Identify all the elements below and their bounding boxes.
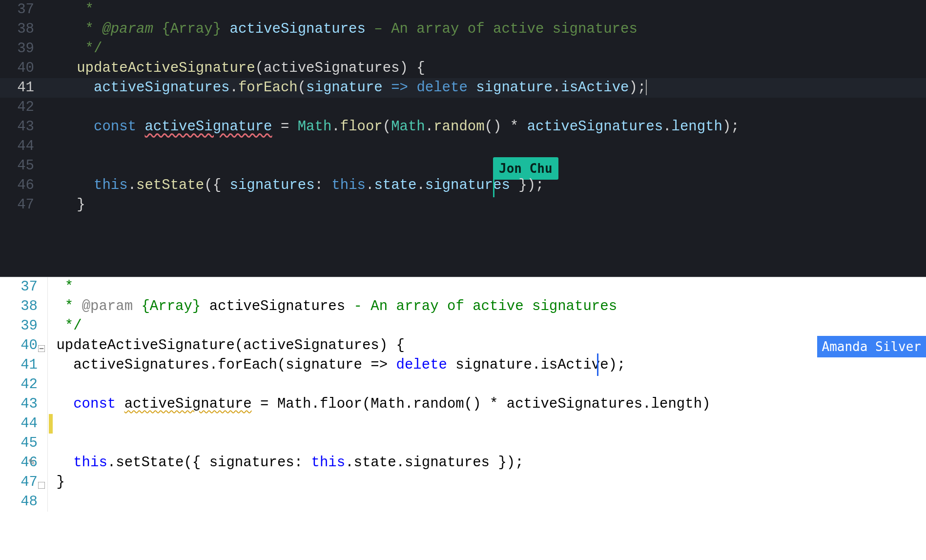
line-number: 37 [0,277,48,297]
svg-rect-2 [38,482,45,489]
code-line[interactable]: 43 const activeSignature = Math.floor(Ma… [0,394,926,414]
line-number: 41 [0,78,51,98]
code-line[interactable]: 48 [0,492,926,512]
code-line-active[interactable]: 41 activeSignatures.forEach(signature =>… [0,78,926,98]
code-line[interactable]: 45 Jon Chu [0,156,926,176]
collaborator-cursor [597,353,598,376]
code-line[interactable]: 42 [0,375,926,394]
code-line[interactable]: 37 * [0,0,926,20]
line-number: 38 [0,297,48,316]
line-number: 39 [0,39,51,59]
edit-pencil-icon[interactable]: ✎ [28,453,35,473]
line-number: 44 [0,137,51,156]
code-line[interactable]: 39 */ [0,39,926,59]
line-number: 43 [0,117,51,137]
line-number: 46 [0,176,51,195]
lint-error[interactable]: activeSignature [144,119,272,135]
collaborator-badge[interactable]: Amanda Silver [817,336,926,357]
line-number: 37 [0,0,51,20]
line-number: 38 [0,20,51,39]
code-line[interactable]: ✎ 46 this.setState({ signatures: this.st… [0,453,926,473]
line-number: 48 [0,492,48,512]
editor-pane-light[interactable]: 37 * 38 * @param {Array} activeSignature… [0,277,926,560]
code-line[interactable]: 39 */ [0,316,926,336]
fold-end-icon[interactable] [38,477,46,484]
line-number: 43 [0,394,48,414]
code-line[interactable]: 38 * @param {Array} activeSignatures - A… [0,297,926,316]
line-number: 45 [0,156,51,176]
code-line[interactable]: 44 [0,137,926,156]
text-cursor [646,80,647,95]
code-line[interactable]: 40 updateActiveSignature(activeSignature… [0,336,926,355]
code-line[interactable]: 37 * [0,277,926,297]
line-number: 45 [0,434,48,453]
modified-indicator [49,414,53,434]
code-line[interactable]: 38 * @param {Array} activeSignatures – A… [0,20,926,39]
comment: * [60,1,94,18]
code-line[interactable]: 43 const activeSignature = Math.floor(Ma… [0,117,926,137]
code-line[interactable]: 46 this.setState({ signatures: this.stat… [0,176,926,195]
line-number: 42 [0,375,48,394]
line-number: 44 [0,414,48,434]
line-number: 46 [0,453,48,473]
lint-warning[interactable]: activeSignature [124,396,252,412]
line-number: 41 [0,355,48,375]
line-number: 47 [0,195,51,215]
code-line[interactable]: 41 activeSignatures.forEach(signature =>… [0,355,926,375]
line-number: 40 [0,59,51,78]
code-line[interactable]: 47 } [0,473,926,492]
code-line[interactable]: 47 } [0,195,926,215]
fold-collapse-icon[interactable] [38,340,46,348]
code-line[interactable]: 45 [0,434,926,453]
collaborator-cursor [493,174,494,197]
line-number: 42 [0,98,51,117]
line-number: 39 [0,316,48,336]
code-line[interactable]: 40 updateActiveSignature(activeSignature… [0,59,926,78]
code-line[interactable]: 44 [0,414,926,434]
editor-pane-dark[interactable]: I 37 * 38 * @param {Array} activeSignatu… [0,0,926,277]
code-line[interactable]: 42 [0,98,926,117]
